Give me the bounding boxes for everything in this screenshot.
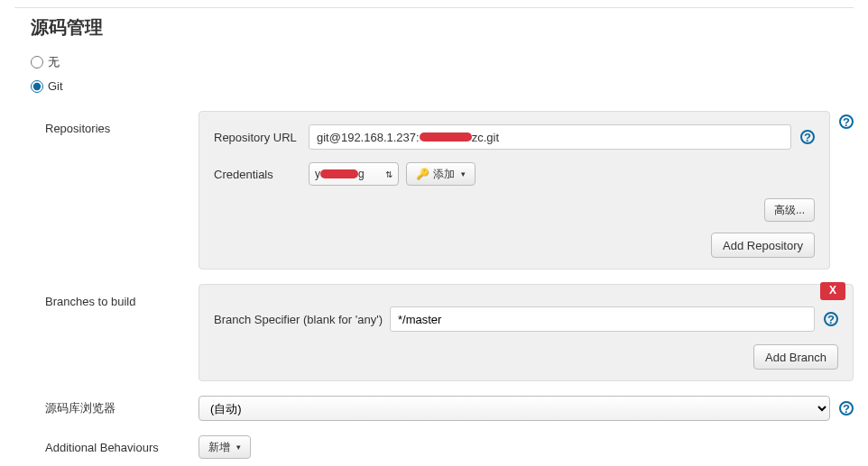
- chevron-down-icon: ▾: [236, 443, 241, 452]
- add-behaviour-label: 新增: [208, 440, 230, 455]
- additional-row: Additional Behaviours 新增 ▾: [45, 435, 854, 459]
- repositories-panel: Repository URL git@192.168.1.237:zc.git …: [199, 111, 830, 270]
- credentials-select[interactable]: yg ⇅: [309, 162, 399, 186]
- repo-url-label: Repository URL: [214, 131, 309, 144]
- advanced-button[interactable]: 高级...: [764, 198, 815, 222]
- add-credential-label: 添加: [433, 167, 455, 182]
- scm-git-label: Git: [48, 79, 63, 93]
- repo-url-input[interactable]: git@192.168.1.237:zc.git: [309, 124, 791, 150]
- credentials-label: Credentials: [214, 168, 309, 181]
- redacted-icon: [420, 132, 472, 142]
- repo-browser-label: 源码库浏览器: [45, 400, 199, 416]
- delete-branch-button[interactable]: X: [820, 282, 845, 300]
- key-icon: 🔑: [416, 168, 429, 180]
- help-icon[interactable]: ?: [824, 312, 838, 326]
- redacted-icon: [320, 169, 358, 178]
- branches-row: Branches to build X Branch Specifier (bl…: [45, 284, 854, 381]
- repositories-label: Repositories: [45, 111, 199, 135]
- scm-radio-group: 无 Git: [14, 52, 854, 111]
- help-icon[interactable]: ?: [839, 114, 854, 129]
- branch-specifier-input[interactable]: [390, 306, 815, 332]
- additional-label: Additional Behaviours: [45, 441, 199, 454]
- cred-suffix: g: [358, 168, 365, 180]
- scm-option-none[interactable]: 无: [31, 54, 837, 70]
- repo-browser-row: 源码库浏览器 (自动) ?: [45, 396, 854, 421]
- scm-option-git[interactable]: Git: [31, 79, 837, 93]
- chevron-down-icon: ▾: [461, 169, 466, 178]
- add-branch-button[interactable]: Add Branch: [753, 344, 838, 370]
- scm-none-label: 无: [48, 54, 60, 70]
- add-behaviour-button[interactable]: 新增 ▾: [199, 435, 251, 459]
- add-repository-button[interactable]: Add Repository: [711, 233, 815, 258]
- branches-panel: X Branch Specifier (blank for 'any') ? A…: [199, 284, 854, 381]
- repositories-row: Repositories Repository URL git@192.168.…: [45, 111, 854, 270]
- branch-specifier-label: Branch Specifier (blank for 'any'): [214, 313, 390, 326]
- repo-url-prefix: git@192.168.1.237:: [317, 131, 420, 144]
- section-title: 源码管理: [14, 7, 854, 52]
- scm-radio-none[interactable]: [31, 56, 43, 69]
- help-icon[interactable]: ?: [839, 401, 854, 416]
- repo-url-suffix: zc.git: [472, 131, 499, 144]
- repo-browser-select[interactable]: (自动): [199, 396, 830, 421]
- add-credential-button[interactable]: 🔑 添加 ▾: [406, 162, 476, 186]
- help-icon[interactable]: ?: [800, 130, 815, 144]
- branches-label: Branches to build: [45, 284, 199, 308]
- scm-radio-git[interactable]: [31, 80, 43, 93]
